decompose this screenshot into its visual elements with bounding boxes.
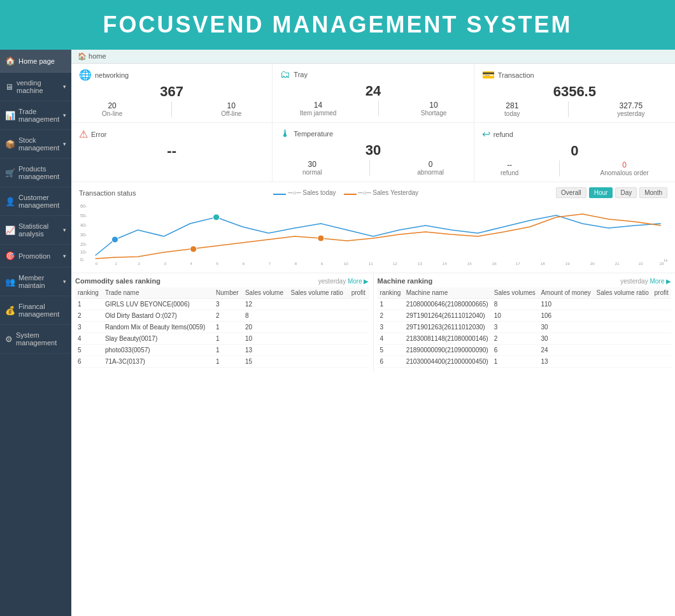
sidebar-label-10: System management xyxy=(16,331,66,347)
sidebar-item-7[interactable]: 🎯Promotion▾ xyxy=(0,245,71,268)
transaction-icon: 💳 xyxy=(482,69,495,81)
networking-icon: 🌐 xyxy=(79,69,92,81)
refund-label: refund xyxy=(494,131,513,138)
svg-text:14: 14 xyxy=(443,261,447,265)
main-layout: 🏠Home page🖥vending machine▾📊Trade manage… xyxy=(0,50,675,616)
svg-text:15: 15 xyxy=(467,261,472,265)
tab-overall[interactable]: Overall xyxy=(556,187,586,198)
sidebar-item-3[interactable]: 📦Stock management▾ xyxy=(0,130,71,159)
svg-text:6: 6 xyxy=(243,261,245,265)
sidebar-icon-4: 🛒 xyxy=(5,168,15,178)
commodity-yesterday: yesterday xyxy=(318,278,346,285)
machine-more-link[interactable]: More ▶ xyxy=(650,278,671,285)
svg-text:0-: 0- xyxy=(80,257,85,262)
svg-text:20: 20 xyxy=(590,261,595,265)
table-row: 3Random Mix of Beauty Items(0059)120 xyxy=(75,322,369,333)
sidebar-icon-9: 💰 xyxy=(5,306,15,315)
chart-header: Transaction status ─○─ Sales today ─○─ S… xyxy=(79,187,667,198)
tray-sub: 14 Item jammed 10 Shortage xyxy=(280,101,465,117)
sidebar: 🏠Home page🖥vending machine▾📊Trade manage… xyxy=(0,50,71,616)
sidebar-label-5: Customer management xyxy=(18,194,66,209)
networking-label: networking xyxy=(95,71,129,79)
legend-yesterday-dot xyxy=(344,194,357,195)
sidebar-item-8[interactable]: 👥Member maintain▾ xyxy=(0,268,71,296)
sidebar-label-7: Promotion xyxy=(18,252,60,260)
sidebar-label-0: Home page xyxy=(18,57,66,65)
sidebar-item-1[interactable]: 🖥vending machine▾ xyxy=(0,73,71,101)
temperature-icon: 🌡 xyxy=(280,128,290,140)
svg-text:19: 19 xyxy=(565,261,570,265)
tray-icon: 🗂 xyxy=(280,69,290,80)
svg-text:1: 1 xyxy=(115,261,117,265)
tab-day[interactable]: Day xyxy=(615,187,637,198)
temperature-sub: 30 normal 0 abnormal xyxy=(280,160,465,176)
svg-text:50-: 50- xyxy=(80,213,87,218)
tab-month[interactable]: Month xyxy=(639,187,667,198)
sidebar-icon-6: 📈 xyxy=(5,226,15,235)
table-row: 329T1901263(26111012030)330 xyxy=(378,322,672,333)
networking-value: 367 xyxy=(79,83,264,100)
commodity-table-title: Commodity sales ranking xyxy=(75,277,160,285)
svg-text:8: 8 xyxy=(295,261,297,265)
sidebar-label-6: Statistical analysis xyxy=(18,222,60,238)
tab-hour[interactable]: Hour xyxy=(589,187,613,198)
svg-text:13: 13 xyxy=(418,261,422,265)
sidebar-icon-3: 📦 xyxy=(5,140,15,149)
sidebar-icon-0: 🏠 xyxy=(5,56,15,66)
table-row: 229T1901264(26111012040)10106 xyxy=(378,310,672,322)
sidebar-item-4[interactable]: 🛒Products management xyxy=(0,159,71,187)
svg-text:7: 7 xyxy=(269,261,271,265)
svg-text:12: 12 xyxy=(393,261,397,265)
chart-svg: 60- 50- 40- 30- 20- 10- 0- 36 327 0 xyxy=(79,201,667,265)
sidebar-label-9: Financal management xyxy=(18,303,66,318)
sidebar-icon-7: 🎯 xyxy=(5,251,15,261)
stat-transaction: 💳 Transaction 6356.5 281 today 327.75 ye… xyxy=(474,64,675,122)
sidebar-item-2[interactable]: 📊Trade management▾ xyxy=(0,101,71,130)
temperature-label: Temperature xyxy=(294,130,333,138)
stat-refund: ↩ refund 0 -- refund 0 Anomalous order xyxy=(474,123,675,182)
table-row: 1GIRLS LUV BEYONCE(0006)312 xyxy=(75,299,369,310)
transaction-sub: 281 today 327.75 yesterday xyxy=(482,101,667,117)
sidebar-item-0[interactable]: 🏠Home page xyxy=(0,50,71,73)
error-value: -- xyxy=(79,143,264,159)
svg-text:3: 3 xyxy=(164,261,166,265)
refund-sub: -- refund 0 Anomalous order xyxy=(482,161,667,176)
networking-sub: 20 On-line 10 Off-line xyxy=(79,101,264,117)
error-icon: ⚠ xyxy=(79,128,88,140)
app-header: FOCUSVEND MANAGEMENT SYSTEM xyxy=(0,0,675,50)
error-label: Error xyxy=(91,131,106,138)
svg-text:10-: 10- xyxy=(80,250,87,255)
machine-table-panel: Machine ranking yesterday More ▶ ranking… xyxy=(374,273,676,371)
table-row: 521890000090(21090000090)624 xyxy=(378,345,672,356)
table-row: 5photo033(0057)113 xyxy=(75,345,369,356)
stat-networking: 🌐 networking 367 20 On-line 10 Off-line xyxy=(71,64,273,122)
table-row: 2Old Dirty Bastard O:(027)28 xyxy=(75,310,369,322)
sidebar-label-3: Stock management xyxy=(18,136,60,152)
sidebar-item-6[interactable]: 📈Statistical analysis▾ xyxy=(0,216,71,245)
chart-legend: ─○─ Sales today ─○─ Sales Yesterday xyxy=(273,189,418,196)
sidebar-icon-8: 👥 xyxy=(5,277,15,287)
transaction-label: Transaction xyxy=(498,71,534,79)
stat-temperature: 🌡 Temperature 30 30 normal 0 abnormal xyxy=(273,123,474,182)
commodity-table-panel: Commodity sales ranking yesterday More ▶… xyxy=(71,273,374,371)
svg-text:Hou: Hou xyxy=(664,258,667,262)
table-row: 4Slay Beauty(0017)110 xyxy=(75,333,369,345)
stats-row-1: 🌐 networking 367 20 On-line 10 Off-line xyxy=(71,64,675,123)
breadcrumb: 🏠 home xyxy=(71,50,675,64)
sidebar-item-9[interactable]: 💰Financal management xyxy=(0,296,71,325)
stat-error: ⚠ Error -- xyxy=(71,123,273,182)
svg-text:327: 327 xyxy=(211,211,218,215)
svg-text:20-: 20- xyxy=(80,242,87,247)
tables-section: Commodity sales ranking yesterday More ▶… xyxy=(71,273,675,371)
machine-yesterday: yesterday xyxy=(620,278,648,285)
svg-text:2: 2 xyxy=(138,261,140,265)
commodity-more-link[interactable]: More ▶ xyxy=(348,278,369,285)
svg-text:11: 11 xyxy=(369,261,373,265)
sidebar-item-10[interactable]: ⚙System management xyxy=(0,325,71,354)
sidebar-item-5[interactable]: 👤Customer management xyxy=(0,187,71,216)
svg-text:0: 0 xyxy=(96,261,98,265)
svg-text:16: 16 xyxy=(492,261,497,265)
svg-text:17: 17 xyxy=(516,261,520,265)
svg-text:40-: 40- xyxy=(80,223,87,228)
sidebar-label-2: Trade management xyxy=(18,108,60,123)
